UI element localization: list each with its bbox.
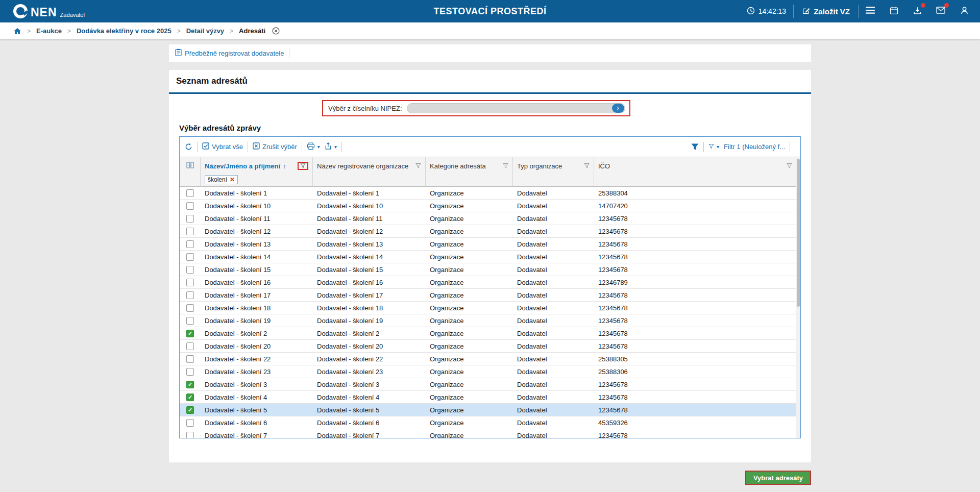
row-checkbox[interactable] bbox=[186, 291, 194, 299]
funnel-icon[interactable] bbox=[300, 163, 306, 168]
menu-button[interactable] bbox=[859, 0, 882, 22]
checkbox-checked-icon bbox=[202, 142, 209, 151]
clear-selection-button[interactable]: Zrušit výběr bbox=[253, 142, 297, 151]
calendar-button[interactable] bbox=[882, 0, 905, 22]
select-addressees-button[interactable]: Vybrat adresáty bbox=[745, 471, 811, 485]
filter-controls: ▾ Filtr 1 (Neuložený f... bbox=[691, 142, 795, 152]
table-row[interactable]: Dodavatel - školení 5 Dodavatel - školen… bbox=[180, 404, 800, 416]
row-checkbox[interactable] bbox=[186, 381, 194, 388]
section-divider bbox=[169, 92, 811, 94]
row-checkbox[interactable] bbox=[186, 279, 194, 286]
breadcrumb-separator: > bbox=[27, 28, 31, 35]
register-supplier-link[interactable]: Předběžně registrovat dodavatele bbox=[175, 48, 284, 58]
funnel-icon[interactable] bbox=[503, 163, 508, 168]
cell-ico: 12345678 bbox=[594, 291, 800, 299]
row-checkbox[interactable] bbox=[186, 189, 194, 197]
funnel-icon[interactable] bbox=[415, 163, 421, 168]
table-row[interactable]: Dodavatel - školení 20 Dodavatel - škole… bbox=[180, 340, 800, 353]
print-button[interactable]: ▾ bbox=[307, 142, 320, 152]
table-row[interactable]: Dodavatel - školení 18 Dodavatel - škole… bbox=[180, 302, 800, 314]
cell-ico: 12345678 bbox=[594, 304, 800, 312]
table-row[interactable]: Dodavatel - školení 2 Dodavatel - školen… bbox=[180, 327, 800, 340]
row-checkbox[interactable] bbox=[186, 266, 194, 274]
row-checkbox[interactable] bbox=[186, 368, 194, 376]
column-header-category[interactable]: Kategorie adresáta bbox=[426, 157, 513, 186]
table-row[interactable]: Dodavatel - školení 7 Dodavatel - školen… bbox=[180, 429, 800, 438]
row-checkbox[interactable] bbox=[186, 393, 194, 401]
row-checkbox[interactable] bbox=[186, 240, 194, 248]
row-checkbox[interactable] bbox=[186, 228, 194, 235]
funnel-icon[interactable] bbox=[584, 163, 590, 168]
table-row[interactable]: Dodavatel - školení 17 Dodavatel - škole… bbox=[180, 289, 800, 302]
column-header-org-type[interactable]: Typ organizace bbox=[513, 157, 594, 186]
row-checkbox[interactable] bbox=[186, 432, 194, 438]
addressees-grid: Vybrat vše Zrušit výběr ▾ bbox=[179, 136, 801, 438]
cell-organization: Dodavatel - školení 15 bbox=[313, 266, 426, 274]
table-row[interactable]: Dodavatel - školení 16 Dodavatel - škole… bbox=[180, 276, 800, 289]
create-vz-button[interactable]: Založit VZ bbox=[794, 7, 858, 16]
table-row[interactable]: Dodavatel - školení 6 Dodavatel - školen… bbox=[180, 416, 800, 429]
row-checkbox[interactable] bbox=[186, 317, 194, 325]
cell-organization: Dodavatel - školení 17 bbox=[313, 291, 426, 299]
grid-toolbar: Vybrat vše Zrušit výběr ▾ bbox=[180, 137, 800, 157]
table-row[interactable]: Dodavatel - školení 15 Dodavatel - škole… bbox=[180, 263, 800, 276]
row-checkbox[interactable] bbox=[186, 342, 194, 350]
breadcrumb-detail-vyzvy[interactable]: Detail výzvy bbox=[186, 27, 224, 35]
column-header-organization[interactable]: Název registrované organizace bbox=[313, 157, 426, 186]
filter-menu-button[interactable]: ▾ bbox=[708, 143, 719, 151]
table-row[interactable]: Dodavatel - školení 22 Dodavatel - škole… bbox=[180, 353, 800, 365]
table-row[interactable]: Dodavatel - školení 13 Dodavatel - škole… bbox=[180, 238, 800, 251]
table-row[interactable]: Dodavatel - školení 11 Dodavatel - škole… bbox=[180, 212, 800, 225]
table-row[interactable]: Dodavatel - školení 19 Dodavatel - škole… bbox=[180, 314, 800, 327]
messages-button[interactable] bbox=[929, 0, 952, 22]
breadcrumb-e-aukce[interactable]: E-aukce bbox=[36, 27, 62, 35]
row-checkbox[interactable] bbox=[186, 253, 194, 261]
remove-filter-icon[interactable]: ✕ bbox=[230, 177, 235, 183]
column-header-ico[interactable]: IČO bbox=[594, 157, 800, 186]
nen-logo[interactable]: NEN Zadavatel bbox=[13, 4, 85, 18]
row-checkbox[interactable] bbox=[186, 304, 194, 312]
table-row[interactable]: Dodavatel - školení 23 Dodavatel - škole… bbox=[180, 365, 800, 378]
cell-organization: Dodavatel - školení 10 bbox=[313, 202, 426, 210]
filter-icon[interactable] bbox=[691, 143, 699, 151]
row-checkbox[interactable] bbox=[186, 330, 194, 337]
nipez-open-icon[interactable]: › bbox=[612, 104, 624, 113]
row-checkbox[interactable] bbox=[186, 406, 194, 414]
table-row[interactable]: Dodavatel - školení 4 Dodavatel - školen… bbox=[180, 391, 800, 404]
cell-ico: 12346789 bbox=[594, 279, 800, 286]
nipez-lookup-field[interactable]: › bbox=[407, 103, 625, 113]
column-settings-icon[interactable] bbox=[186, 161, 194, 170]
row-checkbox[interactable] bbox=[186, 215, 194, 223]
cell-name: Dodavatel - školení 3 bbox=[201, 381, 313, 388]
export-button[interactable]: ▾ bbox=[325, 142, 337, 152]
profile-button[interactable] bbox=[952, 0, 976, 22]
table-row[interactable]: Dodavatel - školení 3 Dodavatel - školen… bbox=[180, 378, 800, 391]
breadcrumb-separator: > bbox=[230, 28, 233, 35]
cell-name: Dodavatel - školení 1 bbox=[201, 189, 313, 197]
table-row[interactable]: Dodavatel - školení 12 Dodavatel - škole… bbox=[180, 225, 800, 238]
row-checkbox[interactable] bbox=[186, 419, 194, 427]
breadcrumb-dodavka-elektriny[interactable]: Dodávka elektřiny v roce 2025 bbox=[77, 27, 172, 35]
home-icon[interactable] bbox=[13, 28, 21, 35]
cell-org-type: Dodavatel bbox=[513, 406, 594, 414]
cell-org-type: Dodavatel bbox=[513, 279, 594, 286]
funnel-icon[interactable] bbox=[787, 163, 792, 168]
table-row[interactable]: Dodavatel - školení 10 Dodavatel - škole… bbox=[180, 200, 800, 212]
toolbar-separator bbox=[703, 142, 704, 152]
vertical-scrollbar[interactable] bbox=[796, 158, 800, 438]
close-page-icon[interactable] bbox=[272, 27, 280, 35]
row-checkbox[interactable] bbox=[186, 355, 194, 363]
table-row[interactable]: Dodavatel - školení 14 Dodavatel - škole… bbox=[180, 251, 800, 263]
cell-ico: 12345678 bbox=[594, 432, 800, 438]
active-filter-label[interactable]: Filtr 1 (Neuložený f... bbox=[724, 143, 785, 151]
cell-ico: 25388306 bbox=[594, 368, 800, 376]
refresh-icon[interactable] bbox=[185, 143, 192, 151]
select-all-button[interactable]: Vybrat vše bbox=[202, 142, 243, 151]
downloads-button[interactable] bbox=[905, 0, 929, 22]
row-checkbox[interactable] bbox=[186, 202, 194, 210]
scrollbar-thumb[interactable] bbox=[797, 159, 800, 307]
table-row[interactable]: Dodavatel - školení 1 Dodavatel - školen… bbox=[180, 187, 800, 200]
nen-logo-icon bbox=[13, 4, 28, 18]
column-header-name[interactable]: Název/Jméno a příjmení ↑ školení ✕ bbox=[201, 157, 313, 186]
cell-org-type: Dodavatel bbox=[513, 202, 594, 210]
